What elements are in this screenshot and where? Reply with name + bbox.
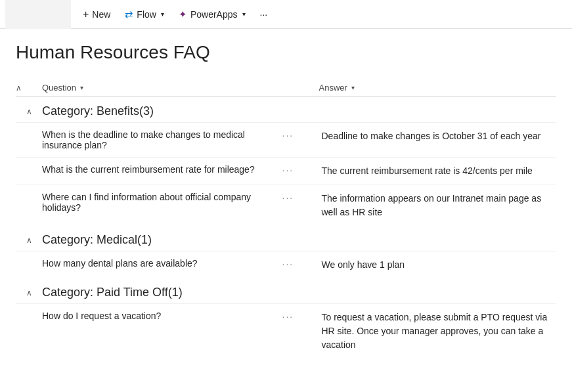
faq-question-2-0: How do I request a vacation? [42,311,282,321]
new-button[interactable]: + New [76,5,117,24]
flow-chevron-icon: ▾ [161,11,164,18]
faq-answer-0-2: The information appears on our Intranet … [322,192,557,219]
faq-dots-btn-0-0[interactable]: ··· [282,129,322,141]
faq-items-0: When is the deadline to make changes to … [16,122,556,226]
faq-answer-1-0: We only have 1 plan [322,258,557,272]
faq-item-0-0: When is the deadline to make changes to … [16,122,556,157]
category-0: ∧ Category: Benefits(3) When is the dead… [16,97,556,226]
question-header-label: Question [42,83,76,93]
faq-dots-btn-1-0[interactable]: ··· [282,258,322,269]
category-label-0: Category: Benefits(3) [42,104,154,118]
faq-item-0-2: Where can I find information about offic… [16,185,556,226]
faq-question-0-2: Where can I find information about offic… [42,192,282,213]
flow-button[interactable]: ⇄ Flow ▾ [118,5,171,24]
category-label-2: Category: Paid Time Off(1) [42,286,183,299]
plus-icon: + [83,9,89,20]
powerapps-icon: ✦ [179,9,187,20]
flow-icon: ⇄ [125,9,133,20]
header-up-icon: ∧ [16,83,22,93]
question-sort-icon: ▾ [80,84,83,91]
answer-sort-icon: ▾ [351,84,355,91]
category-expand-btn-1[interactable]: ∧ [16,236,42,245]
powerapps-button[interactable]: ✦ PowerApps ▾ [172,5,252,24]
new-label: New [92,9,110,20]
page-content: Human Resources FAQ ∧ Question ▾ Answer … [0,29,572,372]
faq-dots-btn-2-0[interactable]: ··· [282,311,322,322]
faq-items-2: How do I request a vacation? ··· To requ… [16,303,556,359]
faq-question-0-0: When is the deadline to make changes to … [42,129,282,150]
faq-dots-btn-0-2[interactable]: ··· [282,192,322,203]
faq-question-1-0: How many dental plans are available? [42,258,282,269]
page-title: Human Resources FAQ [16,42,556,63]
faq-item-2-0: How do I request a vacation? ··· To requ… [16,303,556,359]
category-row-0[interactable]: ∧ Category: Benefits(3) [16,97,556,122]
category-row-1[interactable]: ∧ Category: Medical(1) [16,226,556,251]
category-expand-btn-2[interactable]: ∧ [16,288,42,297]
category-label-1: Category: Medical(1) [42,233,152,247]
question-column-header[interactable]: Question ▾ [42,83,280,93]
powerapps-label: PowerApps [190,9,238,20]
faq-items-1: How many dental plans are available? ···… [16,251,556,278]
faq-dots-btn-0-1[interactable]: ··· [282,164,322,175]
faq-answer-0-0: Deadline to make changes is October 31 o… [322,129,557,143]
toolbar-actions: + New ⇄ Flow ▾ ✦ PowerApps ▾ ··· [76,5,274,24]
app-logo [5,0,71,29]
toolbar: + New ⇄ Flow ▾ ✦ PowerApps ▾ ··· [0,0,572,29]
category-2: ∧ Category: Paid Time Off(1) How do I re… [16,278,556,359]
category-chevron-icon-0: ∧ [26,107,32,116]
category-chevron-icon-1: ∧ [26,236,32,245]
answer-column-header[interactable]: Answer ▾ [319,83,557,93]
faq-answer-0-1: The current reimbursement rate is 42/cen… [322,164,557,178]
category-chevron-icon-2: ∧ [26,288,32,297]
more-button[interactable]: ··· [253,5,275,24]
table-header: ∧ Question ▾ Answer ▾ [16,79,556,97]
answer-header-label: Answer [319,83,347,93]
faq-answer-2-0: To request a vacation, please submit a P… [322,311,557,352]
faq-table: ∧ Question ▾ Answer ▾ ∧ Category: Benefi… [16,79,556,359]
faq-item-0-1: What is the current reimbursement rate f… [16,157,556,185]
header-expand-col: ∧ [16,83,42,93]
more-icon: ··· [260,9,268,20]
categories-container: ∧ Category: Benefits(3) When is the dead… [16,97,556,359]
powerapps-chevron-icon: ▾ [242,11,246,18]
faq-question-0-1: What is the current reimbursement rate f… [42,164,282,175]
category-expand-btn-0[interactable]: ∧ [16,107,42,116]
faq-item-1-0: How many dental plans are available? ···… [16,251,556,278]
category-row-2[interactable]: ∧ Category: Paid Time Off(1) [16,278,556,303]
flow-label: Flow [137,9,156,20]
category-1: ∧ Category: Medical(1) How many dental p… [16,226,556,278]
